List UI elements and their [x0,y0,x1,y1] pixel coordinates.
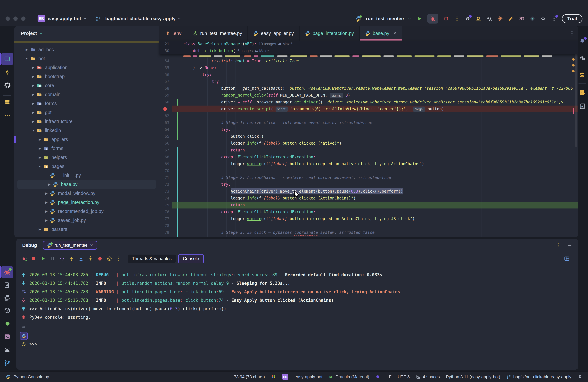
status-item-bagfix-not-clickable-easy-apply[interactable]: bagfix/not-clickable-easy-apply [506,374,571,379]
minimize-icon[interactable] [567,242,572,248]
chevron-collapsed-icon[interactable]: ▶ [30,111,37,114]
chevron-collapsed-icon[interactable]: ▶ [30,120,37,123]
status-item-dracula-material-[interactable]: MDracula (Material) [329,374,369,379]
line-number[interactable]: 79 [159,229,169,236]
chevron-collapsed-icon[interactable]: ▶ [23,48,30,51]
tree-item-appliers[interactable]: ▶appliers [14,135,159,144]
tools-button[interactable] [508,16,514,21]
status-item-python-3-11-easy-apply-bot-[interactable]: Python 3.11 (easy-apply-bot) [446,374,500,379]
chevron-collapsed-icon[interactable]: ▶ [30,84,37,87]
arrow-up-button[interactable] [21,272,26,277]
line-number[interactable]: 69 [159,160,169,167]
step-out-button[interactable] [87,256,93,262]
debug-session-tab[interactable]: run_test_mentee ✕ [43,241,97,250]
packages-icon[interactable] [4,307,11,314]
pause-button[interactable] [50,256,56,262]
chevron-collapsed-icon[interactable]: ▶ [43,210,50,213]
tree-item-gpt[interactable]: ▶gpt [14,108,159,117]
step-over-button[interactable] [59,256,65,262]
line-number[interactable]: 63 [159,119,169,126]
view-bp-button[interactable] [106,256,112,262]
chevron-collapsed-icon[interactable]: ▶ [43,218,50,222]
tab-page_interaction.py[interactable]: page_interaction.py [299,26,360,41]
chevron-collapsed-icon[interactable]: ▶ [30,75,37,78]
chevron-expanded-icon[interactable]: ▼ [30,129,37,132]
book-icon[interactable]: A [579,103,586,110]
line-number[interactable]: 64 [159,126,169,133]
tree-item-__init__.py[interactable]: __init__.py [14,171,159,180]
scrollbar-warning-mark[interactable] [572,58,575,61]
status-item-lf[interactable]: LF [386,374,391,379]
tree-item-infrastructure[interactable]: ▶infrastructure [14,117,159,126]
line-number[interactable]: 67 [159,147,169,154]
tree-item-modal_window.py[interactable]: ▶modal_window.py [14,189,159,198]
tree-item-ad_hoc[interactable]: ▶ad_hoc [14,45,159,54]
trash-button[interactable] [21,315,26,320]
chevron-collapsed-icon[interactable]: ▶ [37,227,43,231]
chevron-collapsed-icon[interactable]: ▶ [30,93,37,96]
arrow-down-button[interactable] [21,281,26,286]
status-item[interactable] [271,374,276,379]
line-number[interactable]: 58 [159,85,169,92]
alarm-icon[interactable] [4,347,11,353]
traffic-light[interactable] [13,17,18,21]
chevrons-button[interactable] [21,324,26,330]
line-number[interactable]: 55 [159,64,169,71]
translate-button[interactable] [486,16,492,21]
line-number[interactable]: 74 [159,195,169,202]
terminal-icon[interactable] [4,333,11,340]
tree-item-bootstrap[interactable]: ▶bootstrap [14,72,159,81]
line-number[interactable]: 70 [159,167,169,174]
scrollbar-breakpoint-mark[interactable] [573,108,574,114]
debug-tab-console[interactable]: Console [178,254,204,263]
line-number[interactable]: 59 [159,92,169,99]
more-icon[interactable] [4,112,11,119]
line-number[interactable]: 62 [159,112,169,119]
chevron-collapsed-icon[interactable]: ▶ [30,102,37,106]
debug-bug-icon[interactable] [4,269,11,276]
tree-item-saved_job.py[interactable]: ▶saved_job.py [14,216,159,225]
line-number[interactable]: 56 [159,71,169,78]
tree-item-page_interaction.py[interactable]: ▶page_interaction.py [14,198,159,207]
resume-button[interactable] [40,256,46,262]
ai-chat-icon[interactable] [579,55,586,62]
status-item[interactable]: EB [282,374,288,380]
tree-item-helpers[interactable]: ▶helpers [14,153,159,162]
step-into-button[interactable] [69,256,74,262]
status-item-4-spaces[interactable]: 4 spaces [416,374,440,379]
line-number[interactable]: 72 [159,181,169,188]
tab-easy_applier.py[interactable]: easy_applier.py [248,26,299,41]
kebab-button[interactable] [551,16,557,21]
line-number[interactable]: 75 [159,202,169,209]
gear-icon[interactable] [4,320,11,327]
tree-item-linkedin[interactable]: ▼linkedin [14,126,159,135]
line-number[interactable]: 65 [159,133,169,140]
force-step-button[interactable] [78,256,84,262]
chevron-collapsed-icon[interactable]: ▶ [30,66,37,69]
stop-filled-button[interactable] [31,256,37,262]
chevron-expanded-icon[interactable]: ▼ [37,165,43,168]
project-switcher[interactable]: easy-apply-bot [48,16,81,21]
stop-button[interactable] [443,16,449,21]
debug-bug-button[interactable] [427,14,438,23]
users-button[interactable] [476,16,482,21]
checklist-icon[interactable] [579,89,586,96]
tree-item-application[interactable]: ▶application [14,63,159,72]
tree-item-core[interactable]: ▶core [14,81,159,90]
services-icon[interactable] [4,99,11,106]
tab-.env[interactable]: .env [159,26,187,41]
line-number[interactable]: 76 [159,209,169,215]
close-icon[interactable]: ✕ [90,243,93,248]
tree-item-recommended_job.py[interactable]: ▶recommended_job.py [14,207,159,216]
status-item-utf-8[interactable]: UTF-8 [398,374,410,379]
tree-item-parsers[interactable]: ▶#parsers [14,225,159,234]
tree-item-base.py[interactable]: ▶base.py [17,180,156,189]
tree-item-pages[interactable]: ▼pages [14,162,159,171]
mute-bp-button[interactable] [97,256,103,262]
project-header[interactable]: Project [14,26,159,36]
status-item[interactable] [578,374,583,379]
debug-tab-threads-variables[interactable]: Threads & Variables [128,255,176,263]
status-item-73-94-73-chars-[interactable]: 73:94 (73 chars) [234,374,265,379]
scroll-end-button[interactable] [21,298,26,303]
python-console-icon[interactable] [20,332,28,340]
